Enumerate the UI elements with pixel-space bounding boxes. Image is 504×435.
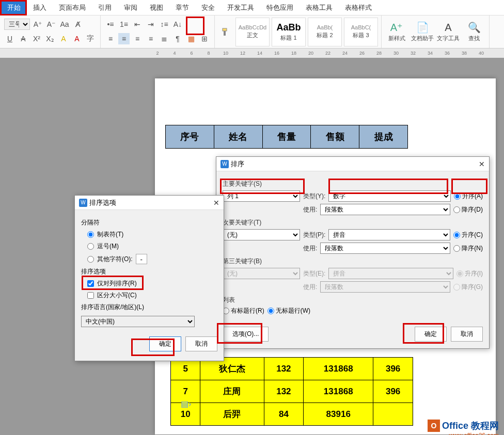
highlight-icon[interactable]: A [58,33,69,44]
align-justify-icon[interactable]: ≡ [145,33,156,44]
style-h1[interactable]: AaBb标题 1 [272,18,306,46]
ribbon: 三号 A⁺ A⁻ Aa A̸ U A X² X₂ A A 字 •≡ 1≡ ⇤ ⇥… [0,15,504,49]
sortopt-title-bar[interactable]: W 排序选项 ✕ [75,196,224,210]
show-marks-icon[interactable]: ¶ [172,33,183,44]
sep-other-radio[interactable]: 其他字符(O): [87,254,217,264]
sep-tab-radio[interactable]: 制表符(T) [87,230,217,239]
table-row[interactable]: 7庄周132131868396 [171,380,413,403]
tab-devtools[interactable]: 开发工具 [221,0,260,15]
indent-dec-icon[interactable]: ⇤ [132,19,143,30]
svg-rect-0 [223,28,227,31]
sort-options-button[interactable]: 选项(O)... [223,327,269,342]
watermark: O Office 教程网 www.office26.com [428,420,499,432]
sort-icon[interactable]: A↓ [172,19,183,30]
tab-view[interactable]: 视图 [144,0,169,15]
tab-tablestyle[interactable]: 表格样式 [339,0,378,15]
bullets-icon[interactable]: •≡ [105,19,116,30]
lang-select[interactable]: 中文(中国) [81,316,195,327]
third-use-select: 段落数 [320,281,450,293]
tab-feature[interactable]: 特色应用 [260,0,300,15]
primary-type-select[interactable]: 数字 [328,190,451,202]
strike-icon[interactable]: A [18,33,29,44]
text-tool-button[interactable]: A文字工具 [436,18,460,46]
sort-dialog: W 排序 ✕ 主要关键字(S) 列 1 类型(Y): 数字 升序(A) 使用: … [216,156,490,349]
tab-insert[interactable]: 插入 [27,0,53,15]
sort-dialog-title: 排序 [231,159,244,169]
find-button[interactable]: 🔍查找 [462,18,486,46]
case-sens-checkbox[interactable]: 区分大小写(C) [87,291,217,300]
asc-c-radio[interactable]: 升序(C) [453,231,483,239]
text-tool-icon: A [445,22,451,34]
use-label-3: 使用: [303,283,317,292]
desc-n-radio[interactable]: 降序(N) [453,244,483,253]
line-spacing-icon[interactable]: ↕≡ [159,19,170,30]
data-table[interactable]: 序号 姓名 售量 售额 提成 [165,125,408,149]
use-label-2: 使用: [303,244,317,253]
col-only-checkbox[interactable]: 仅对列排序(R) [87,279,217,288]
close-icon[interactable]: ✕ [213,199,219,207]
sep-other-input[interactable] [136,254,147,264]
tab-start[interactable]: 开始 [1,0,27,15]
style-h2[interactable]: AaBb(标题 2 [308,18,342,46]
no-header-radio[interactable]: 无标题行(W) [267,307,310,315]
doc-helper-button[interactable]: 📄文档助手 [411,18,434,46]
decrease-font-icon[interactable]: A⁻ [45,19,57,30]
shading-icon[interactable]: ▦ [185,33,197,44]
primary-use-select[interactable]: 段落数 [320,204,450,215]
char-shading-icon[interactable]: 字 [85,33,96,44]
svg-rect-1 [224,31,226,36]
tab-review[interactable]: 审阅 [118,0,144,15]
style-normal[interactable]: AaBbCcDd正文 [235,18,270,46]
secondary-key-label: 次要关键字(T) [223,218,483,227]
format-painter-icon[interactable] [218,26,233,38]
tab-chapter[interactable]: 章节 [169,0,195,15]
table-row[interactable]: 10后羿8483916 [171,403,413,426]
numbering-icon[interactable]: 1≡ [118,19,130,30]
primary-key-select[interactable]: 列 1 [223,190,300,202]
has-header-radio[interactable]: 有标题行(R) [223,307,264,315]
font-size-select[interactable]: 三号 [4,19,30,30]
list-label: 列表 [223,296,483,304]
data-table-rows[interactable]: 5狄仁杰132131868396 7庄周132131868396 10后羿848… [170,357,413,426]
tab-security[interactable]: 安全 [195,0,221,15]
find-icon: 🔍 [468,21,481,34]
new-style-button[interactable]: A⁺新样式 [385,18,408,46]
secondary-key-select[interactable]: (无) [223,229,300,240]
subscript-icon[interactable]: X₂ [44,33,56,44]
sortopt-label: 排序选项 [81,267,217,276]
asc-a-radio[interactable]: 升序(A) [454,192,483,201]
secondary-use-select[interactable]: 段落数 [320,243,450,254]
new-style-icon: A⁺ [390,21,403,34]
change-case-icon[interactable]: Aa [59,19,70,30]
superscript-icon[interactable]: X² [31,33,42,44]
sortopt-ok-button[interactable]: 确定 [149,336,181,351]
sep-comma-radio[interactable]: 逗号(M) [87,242,217,251]
sortopt-cancel-button[interactable]: 取消 [185,336,217,351]
ribbon-group-tools: A⁺新样式 📄文档助手 A文字工具 🔍查找 [382,15,490,48]
secondary-type-select[interactable]: 拼音 [328,229,450,240]
align-center-icon[interactable]: ≡ [118,33,130,44]
sort-ok-button[interactable]: 确定 [415,327,447,342]
increase-font-icon[interactable]: A⁺ [32,19,43,30]
font-color-icon[interactable]: A [71,33,83,44]
sort-dialog-title-bar[interactable]: W 排序 ✕ [216,157,489,171]
close-icon[interactable]: ✕ [479,160,485,168]
menu-tab-bar: 开始 插入 页面布局 引用 审阅 视图 章节 安全 开发工具 特色应用 表格工具… [0,0,504,15]
desc-d-radio[interactable]: 降序(D) [453,205,483,214]
tab-pagelayout[interactable]: 页面布局 [53,0,92,15]
th-comm: 提成 [359,125,408,149]
tab-tabletool[interactable]: 表格工具 [300,0,339,15]
style-h3[interactable]: AaBbC(标题 3 [344,18,378,46]
third-key-label: 第三关键字(B) [223,257,483,266]
asc-i-radio: 升序(I) [456,269,483,278]
border-icon[interactable]: ⊞ [199,33,210,44]
clear-format-icon[interactable]: A̸ [72,19,84,30]
underline-icon[interactable]: U [4,33,15,44]
indent-inc-icon[interactable]: ⇥ [145,19,156,30]
align-left-icon[interactable]: ≡ [105,33,116,44]
sortopt-title: 排序选项 [89,198,116,207]
tab-reference[interactable]: 引用 [92,0,118,15]
distribute-icon[interactable]: ≣ [159,33,170,44]
sort-cancel-button[interactable]: 取消 [451,327,483,342]
align-right-icon[interactable]: ≡ [132,33,143,44]
